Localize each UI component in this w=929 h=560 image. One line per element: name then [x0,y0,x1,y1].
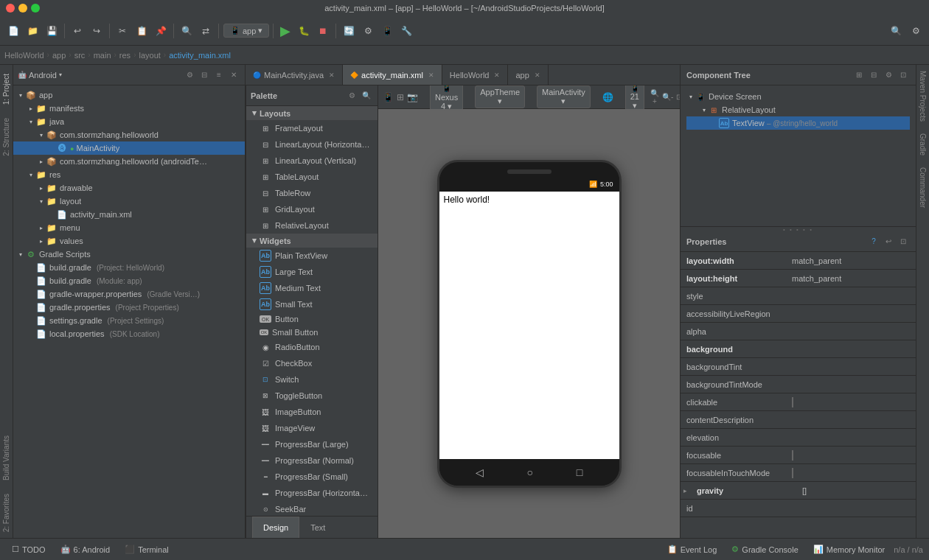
terminal-btn[interactable]: ⬛ Terminal [119,545,175,554]
close-tab-app[interactable]: ✕ [535,71,540,79]
tree-item-build-gradle-app[interactable]: 📄 build.gradle (Module: app) [13,274,245,287]
prop-clickable[interactable]: clickable [681,393,916,411]
ct-textview[interactable]: Ab TextView – @string/hello_world [686,116,910,130]
clickable-checkbox[interactable] [792,397,793,407]
close-tab-helloworld[interactable]: ✕ [494,71,500,79]
prop-gravity[interactable]: ▸ gravity [] [681,482,916,500]
palette-item-relativelayout[interactable]: ⊞ RelativeLayout [246,217,377,234]
palette-item-imagebutton[interactable]: 🖼 ImageButton [246,404,377,420]
replace-btn[interactable]: ⇄ [197,22,215,40]
search-everywhere-btn[interactable]: 🔍 [887,22,905,40]
project-collapse-btn[interactable]: ⊟ [198,69,211,82]
tab-activity-main-xml[interactable]: 🔶 activity_main.xml ✕ [343,65,442,85]
design-layout-btn[interactable]: ⊞ [397,91,404,104]
settings-btn[interactable]: ⚙ [907,22,925,40]
breadcrumb-activity-main[interactable]: activity_main.xml [169,51,231,60]
prop-contentdescription[interactable]: contentDescription [681,411,916,429]
search-btn[interactable]: 🔍 [178,22,195,40]
cut-btn[interactable]: ✂ [114,22,131,40]
side-tab-favorites[interactable]: 2: Favorites [1,488,12,538]
palette-item-framelayout[interactable]: ⊞ FrameLayout [246,120,377,136]
design-screenshot-btn[interactable]: 📷 [407,91,418,104]
close-tab-activity-main[interactable]: ✕ [428,71,434,79]
palette-item-small-text[interactable]: Ab Small Text [246,296,377,312]
palette-item-button[interactable]: OK Button [246,312,377,326]
prop-style[interactable]: style [681,287,916,305]
tree-item-manifests[interactable]: ▸ 📁 manifests [13,102,245,115]
close-tab-mainactivity[interactable]: ✕ [329,71,335,79]
right-tab-gradle[interactable]: Gradle [917,127,928,161]
redo-btn[interactable]: ↪ [88,22,105,40]
undo-btn[interactable]: ↩ [69,22,86,40]
ct-filter-btn[interactable]: ⊡ [897,69,910,82]
zoom-in-btn[interactable]: 🔍+ [650,91,659,104]
palette-search-btn[interactable]: 🔍 [360,89,373,102]
app-selector[interactable]: 📱app▾ [223,24,269,38]
avd-btn[interactable]: 📱 [378,22,396,40]
tab-mainactivity[interactable]: 🔵 MainActivity.java ✕ [246,65,343,85]
tree-item-gradle-wrapper[interactable]: 📄 gradle-wrapper.properties (Gradle Vers… [13,287,245,301]
tab-app[interactable]: app ✕ [508,65,548,85]
tree-item-activity-main-xml[interactable]: 📄 activity_main.xml [13,208,245,221]
tree-item-res[interactable]: ▾ 📁 res [13,168,245,181]
tab-helloworld[interactable]: HelloWorld ✕ [442,65,509,85]
project-close-btn[interactable]: ✕ [227,69,240,82]
palette-item-gridlayout[interactable]: ⊞ GridLayout [246,201,377,217]
save-btn[interactable]: 💾 [43,22,60,40]
palette-item-switch[interactable]: ⊡ Switch [246,371,377,388]
breadcrumb-main[interactable]: main [94,51,111,60]
run-button[interactable]: ▶ [277,23,293,39]
sdk-btn[interactable]: 🔧 [397,22,415,40]
copy-btn[interactable]: 📋 [133,22,150,40]
minimize-button[interactable] [18,4,27,13]
tree-item-build-gradle-project[interactable]: 📄 build.gradle (Project: HelloWorld) [13,261,245,274]
focusable-checkbox[interactable] [792,450,793,461]
prop-alpha[interactable]: alpha [681,323,916,340]
gravity-expand[interactable]: ▸ [681,487,691,494]
activity-selector[interactable]: MainActivity ▾ [537,85,591,108]
palette-item-tablelayout[interactable]: ⊞ TableLayout [246,169,377,185]
stop-btn[interactable]: ⏹ [314,22,332,40]
props-help-btn[interactable]: ? [867,235,880,248]
close-button[interactable] [6,4,15,13]
props-filter-btn[interactable]: ⊡ [897,235,910,248]
tree-item-package[interactable]: ▾ 📦 com.stormzhang.helloworld [13,128,245,141]
design-tab[interactable]: Design [252,517,299,538]
tree-item-gradle-props[interactable]: 📄 gradle.properties (Project Properties) [13,301,245,314]
tree-item-layout[interactable]: ▾ 📁 layout [13,195,245,208]
palette-item-progressbar-small[interactable]: ━ ProgressBar (Small) [246,469,377,485]
tree-item-settings-gradle[interactable]: 📄 settings.gradle (Project Settings) [13,314,245,327]
palette-item-togglebutton[interactable]: ⊠ ToggleButton [246,388,377,404]
palette-section-layouts[interactable]: ▾ Layouts [246,106,377,120]
breadcrumb-layout[interactable]: layout [139,51,160,60]
todo-btn[interactable]: ☐ TODO [6,545,52,554]
prop-layout-height[interactable]: layout:height match_parent [681,270,916,287]
palette-item-plain-textview[interactable]: Ab Plain TextView [246,248,377,264]
ct-expand-btn[interactable]: ⊞ [852,69,866,82]
event-log-btn[interactable]: 📋 Event Log [661,545,723,554]
breadcrumb-helloworld[interactable]: HelloWorld [4,51,44,60]
tree-item-mainactivity[interactable]: 🅐 ● MainActivity [13,141,245,155]
side-tab-structure[interactable]: 2: Structure [1,112,12,162]
palette-item-tablerow[interactable]: ⊟ TableRow [246,185,377,201]
prop-focusableintouchmode[interactable]: focusableInTouchMode [681,464,916,482]
project-settings-btn[interactable]: ⚙ [183,69,196,82]
prop-focusable[interactable]: focusable [681,447,916,464]
design-sync-btn[interactable]: 📱 [383,91,394,104]
android-dropdown[interactable]: 🤖 Android ▾ [18,71,62,80]
theme-selector[interactable]: AppTheme ▾ [475,85,525,108]
ct-device-screen[interactable]: ▾ 📱 Device Screen [686,90,910,103]
palette-item-linearlayout-h[interactable]: ⊟ LinearLayout (Horizonta… [246,136,377,153]
ct-collapse-btn[interactable]: ⊟ [867,69,880,82]
new-btn[interactable]: 📄 [4,22,22,40]
tree-item-package-test[interactable]: ▸ 📦 com.stormzhang.helloworld (androidTe… [13,155,245,168]
open-btn[interactable]: 📁 [24,22,41,40]
debug-btn[interactable]: 🐛 [295,22,313,40]
palette-item-imageview[interactable]: 🖼 ImageView [246,420,377,436]
side-tab-build-variants[interactable]: Build Variants [1,430,12,486]
props-undo-btn[interactable]: ↩ [882,235,895,248]
right-tab-commander[interactable]: Commander [917,161,928,214]
palette-item-radiobutton[interactable]: ◉ RadioButton [246,339,377,355]
palette-item-linearlayout-v[interactable]: ⊞ LinearLayout (Vertical) [246,153,377,169]
tree-item-java[interactable]: ▾ 📁 java [13,115,245,128]
